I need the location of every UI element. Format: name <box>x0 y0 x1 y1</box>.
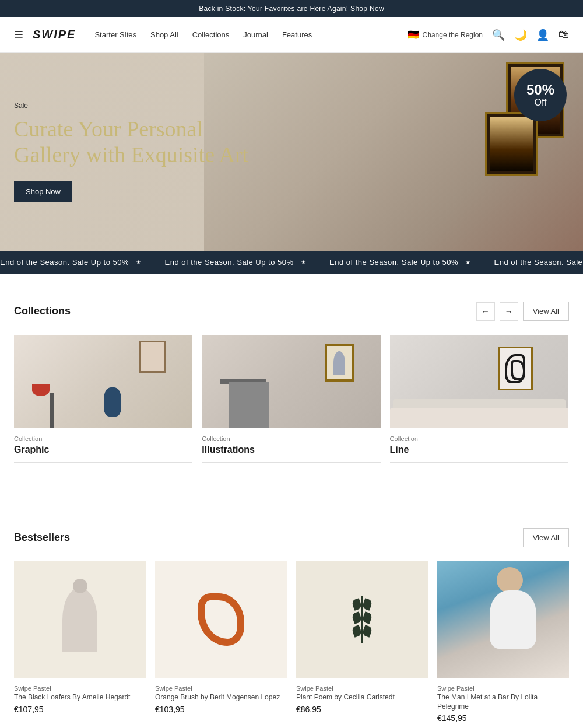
collections-view-all-button[interactable]: View All <box>523 302 569 321</box>
header: ☰ SWiPE Starter Sites Shop All Collectio… <box>0 18 583 52</box>
collection-card-illustrations[interactable]: Collection Illustrations <box>202 335 380 463</box>
leaf-pair-bot-2 <box>353 626 371 636</box>
product-person-3 <box>437 561 569 678</box>
nav-shop-all[interactable]: Shop All <box>150 30 178 39</box>
hamburger-icon[interactable]: ☰ <box>14 29 23 41</box>
bestsellers-header: Bestsellers View All <box>14 528 569 547</box>
collection-card-graphic[interactable]: Collection Graphic <box>14 335 192 463</box>
leaf-left-top <box>351 598 362 611</box>
collection-name-1: Illustrations <box>202 444 380 463</box>
collection-label-0: Collection <box>14 435 192 442</box>
product-body-3 <box>490 590 536 649</box>
coll-graphic-bg <box>14 335 192 428</box>
nav-journal[interactable]: Journal <box>243 30 268 39</box>
leaf-left-mid <box>351 611 362 624</box>
product-brand-0: Swipe Pastel <box>14 685 146 692</box>
dark-mode-icon[interactable]: 🌙 <box>514 29 527 41</box>
discount-label: Off <box>534 97 546 108</box>
collections-next-button[interactable]: → <box>500 302 518 321</box>
product-price-2: €86,95 <box>296 705 428 714</box>
nav: Starter Sites Shop All Collections Journ… <box>94 30 407 39</box>
espresso-decoration <box>229 382 269 428</box>
collections-header: Collections ← → View All <box>14 302 569 321</box>
collection-card-line[interactable]: Collection Line <box>390 335 568 463</box>
coll-line-bg <box>390 335 568 428</box>
product-card-3[interactable]: Swipe Pastel The Man I Met at a Bar By L… <box>437 561 569 723</box>
ticker-inner: End of the Season. Sale Up to 50% ★ End … <box>0 258 583 267</box>
nav-starter-sites[interactable]: Starter Sites <box>94 30 136 39</box>
search-icon[interactable]: 🔍 <box>492 29 505 41</box>
leaf-right-top <box>361 598 373 611</box>
product-image-2 <box>296 561 428 678</box>
announcement-bar: Back in Stock: Your Favorites are Here A… <box>0 0 583 18</box>
product-figure-0 <box>62 587 97 652</box>
product-card-0[interactable]: Swipe Pastel The Black Loafers By Amelie… <box>14 561 146 723</box>
couch-decoration <box>390 408 568 428</box>
product-leaf-2 <box>347 596 377 643</box>
product-card-1[interactable]: Swipe Pastel Orange Brush by Berit Mogen… <box>155 561 287 723</box>
lamp-decoration <box>50 393 54 428</box>
discount-percent: 50% <box>526 82 554 97</box>
product-price-3: €145,95 <box>437 713 569 723</box>
product-image-1 <box>155 561 287 678</box>
coll-illustrations-bg <box>202 335 380 428</box>
hero-shop-now-button[interactable]: Shop Now <box>14 181 72 202</box>
header-right: 🇩🇪 Change the Region 🔍 🌙 👤 🛍 <box>408 29 569 41</box>
frame-decoration <box>139 341 166 373</box>
product-image-0 <box>14 561 146 678</box>
abstract-decoration <box>498 346 533 390</box>
nav-collections[interactable]: Collections <box>192 30 230 39</box>
region-label: Change the Region <box>423 31 483 39</box>
collection-image-line <box>390 335 568 428</box>
leaf-right-mid <box>361 611 373 624</box>
abstract-line2 <box>511 360 525 380</box>
announcement-link[interactable]: Shop Now <box>350 5 384 13</box>
divider <box>0 477 583 500</box>
account-icon[interactable]: 👤 <box>536 29 549 41</box>
ticker-star-2: ★ <box>465 259 471 265</box>
bestsellers-title: Bestsellers <box>14 531 523 544</box>
flag-icon: 🇩🇪 <box>408 29 419 40</box>
collection-image-illustrations <box>202 335 380 428</box>
cart-icon[interactable]: 🛍 <box>559 29 569 41</box>
hero-frame-medium <box>485 112 538 176</box>
lamp-head-decoration <box>32 384 50 396</box>
collections-prev-button[interactable]: ← <box>476 302 495 321</box>
ticker-text-1: End of the Season. Sale Up to 50% <box>165 258 294 267</box>
product-card-2[interactable]: Swipe Pastel Plant Poem by Cecilia Carls… <box>296 561 428 723</box>
bestsellers-view-all-button[interactable]: View All <box>523 528 569 547</box>
collection-name-2: Line <box>390 444 568 463</box>
product-brand-3: Swipe Pastel <box>437 685 569 692</box>
leaf-pair-top-2 <box>353 599 371 610</box>
ticker-bar: End of the Season. Sale Up to 50% ★ End … <box>0 251 583 274</box>
hero-frame-medium-inner <box>490 117 533 172</box>
product-name-1: Orange Brush by Berit Mogensen Lopez <box>155 693 287 702</box>
ticker-item-1: End of the Season. Sale Up to 50% ★ <box>165 258 307 267</box>
ticker-item-3: End of the Season. Sale Up to 50% ★ <box>494 258 583 267</box>
bestsellers-grid: Swipe Pastel The Black Loafers By Amelie… <box>14 561 569 723</box>
product-head-3 <box>497 567 523 593</box>
abstract-art <box>502 351 528 386</box>
collection-label-2: Collection <box>390 435 568 442</box>
product-image-3 <box>437 561 569 678</box>
logo[interactable]: SWiPE <box>33 28 76 41</box>
collections-nav: ← → View All <box>476 302 569 321</box>
brush-shape-1 <box>198 593 244 646</box>
figure-decoration <box>333 351 345 374</box>
nav-features[interactable]: Features <box>282 30 312 39</box>
product-name-3: The Man I Met at a Bar By Lolita Pelegri… <box>437 693 569 711</box>
leaf-right-bot <box>361 625 373 638</box>
product-name-2: Plant Poem by Cecilia Carlstedt <box>296 693 428 702</box>
region-selector[interactable]: 🇩🇪 Change the Region <box>408 29 483 40</box>
product-brand-2: Swipe Pastel <box>296 685 428 692</box>
product-price-0: €107,95 <box>14 705 146 714</box>
collection-name-0: Graphic <box>14 444 192 463</box>
product-figure-head-0 <box>73 579 87 593</box>
collections-section: Collections ← → View All Collection Grap… <box>0 274 583 477</box>
leaf-pair-mid-2 <box>353 612 371 623</box>
product-brush-1 <box>198 593 244 646</box>
product-name-0: The Black Loafers By Amelie Hegardt <box>14 693 146 702</box>
collections-grid: Collection Graphic Collection Illustrati… <box>14 335 569 463</box>
ticker-item-2: End of the Season. Sale Up to 50% ★ <box>329 258 471 267</box>
ticker-star-0: ★ <box>136 259 142 265</box>
